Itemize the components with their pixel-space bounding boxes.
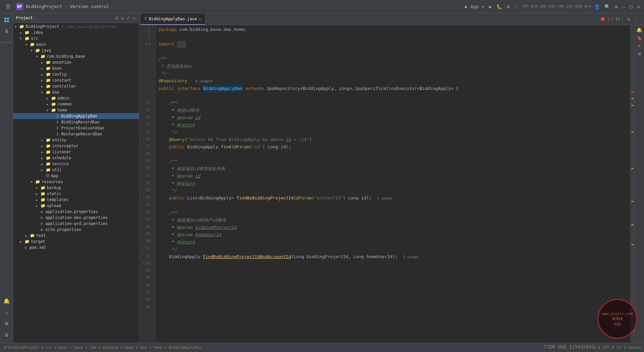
tree-item-constant[interactable]: ▶ 📁 constant [13, 77, 139, 83]
tree-item-resources[interactable]: ▼ 📁 resources [13, 179, 139, 185]
sidebar-icon-settings-bottom[interactable]: ⚙ [1, 329, 12, 340]
folder-icon-util: 📁 [46, 168, 51, 172]
svg-rect-1 [7, 18, 9, 20]
panel-expand-icon[interactable]: ⤢ [126, 15, 131, 21]
minimize-icon[interactable]: — [621, 3, 626, 10]
code-line-11 [156, 48, 630, 55]
right-panel-notifications[interactable]: 🔔 [636, 27, 643, 33]
fold-arrow-33[interactable]: ⊟ [143, 259, 145, 267]
panel-gear-icon[interactable]: ⚙ [115, 15, 119, 21]
tree-item-common[interactable]: ▶ 📁 common [13, 101, 139, 107]
tree-item-test[interactable]: ▶ 📁 test [13, 233, 139, 239]
tree-item-java[interactable]: ▼ 📁 java [13, 47, 139, 53]
tree-item-bidding-apply-dao[interactable]: I BiddingApplyDao [13, 113, 139, 119]
tree-item-application-dev[interactable]: ⚙ application-dev.properties [13, 215, 139, 221]
editor-layout-icon[interactable]: ⊞ [626, 16, 631, 23]
right-panel-m[interactable]: m [637, 50, 641, 57]
version-control[interactable]: Version control [70, 4, 109, 9]
code-line-16: public interface BiddingApplyDao extends… [156, 85, 630, 92]
tree-item-admin[interactable]: ▶ 📁 admin [13, 95, 139, 101]
tab-bidding-apply-dao[interactable]: I BiddingApplyDao.java ✕ [141, 13, 205, 25]
folder-icon-backup: 📁 [40, 185, 45, 190]
settings2-icon[interactable]: ⚙ [613, 3, 619, 10]
tree-item-recharge-record-dao[interactable]: I RechargeRecordDao [13, 131, 139, 137]
tree-item-project-evaluate-dao[interactable]: I ProjectEvaluateDao [13, 125, 139, 131]
sidebar-icon-terminal[interactable]: ⊞ [1, 318, 12, 329]
tree-item-bean[interactable]: ▶ 📁 bean [13, 65, 139, 71]
project-name[interactable]: BiddingProject [26, 4, 62, 9]
maximize-icon[interactable]: □ [628, 3, 634, 10]
tab-bar: I BiddingApplyDao.java ✕ 🔴 1 ⚠ 11 ⌃ ⊞ ⋮ [139, 13, 644, 25]
tab-close-btn[interactable]: ✕ [199, 17, 201, 21]
mini-scrollbar[interactable] [630, 25, 634, 343]
tree-item-interceptor[interactable]: ▶ 📁 interceptor [13, 143, 139, 149]
tree-item-application-props[interactable]: ⚙ application.properties [13, 209, 139, 215]
tree-item-home[interactable]: ▼ 📁 home [13, 107, 139, 113]
code-line-35: * @param biddingProjectId [156, 224, 630, 231]
folder-icon-target: 📁 [25, 239, 30, 244]
code-line-1: package com.bidding.base.dao.home; [156, 26, 630, 33]
tree-item-controller[interactable]: ▶ 📁 controller [13, 83, 139, 89]
tree-item-app[interactable]: 🅐 App [13, 173, 139, 179]
code-line-23: @Query("select ba from BiddingApply ba w… [156, 136, 630, 143]
tree-item-dao[interactable]: ▼ 📁 dao [13, 89, 139, 95]
tree-item-entity[interactable]: ▶ 📁 entity [13, 137, 139, 143]
folder-icon-common: 📁 [51, 102, 56, 106]
sidebar-icon-commit[interactable] [1, 26, 12, 36]
tree-item-site-props[interactable]: ⚙ site.properties [13, 227, 139, 233]
tree-item-static[interactable]: ▶ 📁 static [13, 191, 139, 197]
watermark-text: www.yujirc.com猿来此出品 [602, 311, 633, 326]
close-icon[interactable]: ✕ [636, 3, 641, 10]
code-line-29: * @return [156, 180, 630, 187]
run-icon[interactable]: ▶ [488, 3, 493, 10]
panel-close-icon[interactable]: ✕ [132, 15, 136, 21]
tree-item-com-bidding[interactable]: ▼ 📁 com.bidding.base [13, 53, 139, 59]
encoding[interactable]: UTF-8 [603, 345, 614, 350]
tree-item-listener[interactable]: ▶ 📁 listener [13, 149, 139, 155]
fold-arrow-31[interactable]: ⊟ [143, 245, 145, 252]
tree-item-target[interactable]: ▶ 📁 target [13, 239, 139, 245]
fold-arrow-3[interactable]: ▶ [145, 40, 147, 48]
user-icon[interactable]: 👤 [593, 3, 601, 10]
folder-icon-bean: 📁 [46, 66, 51, 71]
fold-arrow-24[interactable]: ⊟ [143, 194, 145, 201]
editor-more-icon[interactable]: ⋮ [633, 16, 640, 23]
search-icon[interactable]: 🔍 [603, 3, 611, 10]
more-icon[interactable]: ⋮ [513, 3, 520, 10]
tree-item-config[interactable]: ▶ 📁 config [13, 71, 139, 77]
sidebar-icon-problems[interactable]: ⚠ [1, 307, 12, 317]
tree-item-pom[interactable]: m pom.xml [13, 245, 139, 250]
tree-item-schedule[interactable]: ▶ 📁 schedule [13, 155, 139, 161]
menu-icon[interactable]: ☰ [3, 1, 13, 12]
right-panel-structure[interactable]: ≡ [637, 42, 641, 49]
code-line-12: /** [156, 55, 630, 63]
debug-icon[interactable]: 🐛 [495, 3, 503, 10]
sidebar-icon-project[interactable] [1, 15, 12, 25]
tree-item-idea[interactable]: ▶ 📁 .idea [13, 30, 139, 35]
tree-item-annotion[interactable]: ▶ 📁 annotion [13, 59, 139, 65]
git-icon[interactable]: ⎇ [3, 345, 7, 350]
status-right: 1:1 UTF-8 LF 4 spaces [594, 345, 641, 350]
indent[interactable]: 4 spaces [624, 345, 641, 350]
tree-item-bidding-record-dao[interactable]: I BiddingRecordDao [13, 119, 139, 125]
line-ending[interactable]: LF [617, 345, 621, 350]
breakpoint-icon[interactable]: ⊘ [143, 135, 145, 143]
code-content[interactable]: package com.bidding.base.dao.home; impor… [156, 25, 630, 343]
tree-item-root[interactable]: ▼ 📁 BiddingProject E:\idea_space\Bidding… [13, 24, 139, 30]
right-panel-bookmarks[interactable]: 🔖 [636, 35, 643, 41]
tree-item-application-prd[interactable]: ⚙ application-prd.properties [13, 221, 139, 227]
tree-item-backup[interactable]: ▶ 📁 backup [13, 185, 139, 191]
settings-icon[interactable]: ⚙ [505, 3, 511, 10]
line-col: 1:1 [594, 345, 601, 350]
sidebar-icon-notifications[interactable]: 🔔 [1, 296, 12, 306]
tree-item-service[interactable]: ▶ 📁 service [13, 161, 139, 167]
tree-item-src[interactable]: ▼ 📁 src [13, 35, 139, 41]
tree-item-util[interactable]: ▶ 📁 util [13, 167, 139, 173]
tree-item-main[interactable]: ▼ 📁 main [13, 41, 139, 47]
tree-item-templates[interactable]: ▶ 📁 templates [13, 197, 139, 203]
folder-icon-admin: 📁 [51, 96, 56, 101]
tree-item-upload[interactable]: ▶ 📁 upload [13, 203, 139, 209]
app-button[interactable]: ▶ App ▾ [464, 3, 486, 10]
panel-sort-icon[interactable]: ⇅ [120, 15, 124, 21]
sidebar-icon-dots[interactable]: ··· [1, 37, 12, 48]
